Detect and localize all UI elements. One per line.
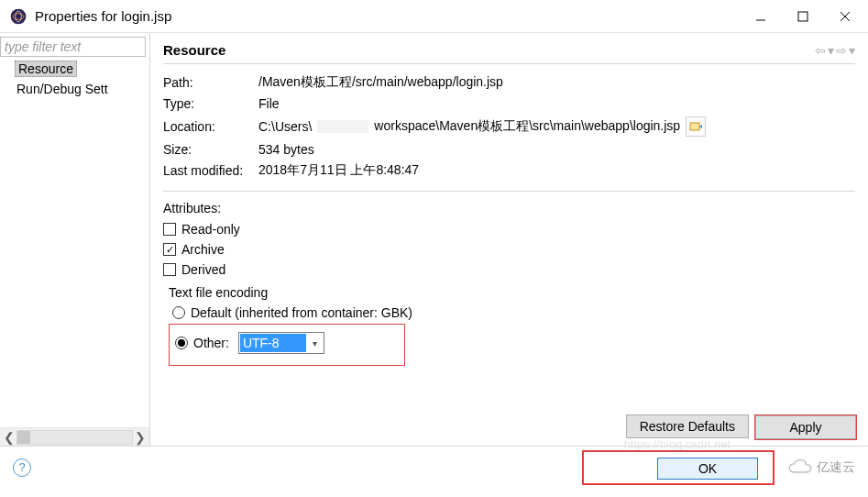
scroll-left-icon[interactable]: ❮ bbox=[4, 430, 15, 445]
nav-arrows: ⇦▾ ⇨▾ bbox=[815, 43, 855, 58]
redacted-block bbox=[317, 120, 368, 133]
sidebar-scrollbar[interactable]: ❮ ❯ bbox=[0, 427, 149, 446]
forward-menu-icon[interactable]: ▾ bbox=[849, 43, 855, 58]
chevron-down-icon[interactable]: ▾ bbox=[307, 338, 324, 348]
encoding-other-radio[interactable] bbox=[175, 337, 188, 349]
forward-icon[interactable]: ⇨ bbox=[836, 43, 847, 58]
encoding-combo[interactable]: UTF-8 ▾ bbox=[238, 332, 324, 354]
modified-label: Last modified: bbox=[163, 163, 258, 178]
sidebar-item-resource[interactable]: Resource bbox=[15, 61, 77, 77]
type-label: Type: bbox=[163, 96, 258, 111]
show-in-explorer-button[interactable] bbox=[686, 116, 706, 137]
type-value: File bbox=[258, 96, 280, 111]
bottom-bar: ? OK 亿速云 bbox=[0, 446, 868, 488]
window-title: Properties for login.jsp bbox=[35, 8, 753, 24]
help-icon[interactable]: ? bbox=[13, 458, 31, 477]
maximize-button[interactable] bbox=[795, 8, 811, 25]
sidebar: type filter text Resource Run/Debug Sett… bbox=[0, 33, 150, 446]
encoding-default-radio[interactable] bbox=[172, 306, 185, 319]
encoding-other-label: Other: bbox=[193, 336, 229, 350]
size-label: Size: bbox=[163, 142, 258, 157]
eclipse-icon bbox=[9, 7, 27, 26]
ok-button[interactable]: OK bbox=[657, 458, 758, 480]
archive-checkbox[interactable]: ✓ bbox=[163, 243, 176, 256]
encoding-group-label: Text file encoding bbox=[169, 285, 855, 300]
path-label: Path: bbox=[163, 75, 258, 90]
window-controls bbox=[753, 8, 853, 25]
readonly-checkbox[interactable] bbox=[163, 223, 176, 236]
svg-rect-4 bbox=[798, 12, 808, 21]
close-button[interactable] bbox=[837, 8, 853, 25]
attributes-heading: Attributes: bbox=[163, 201, 855, 215]
modified-value: 2018年7月11日 上午8:48:47 bbox=[258, 162, 419, 179]
category-list: Resource Run/Debug Sett bbox=[0, 59, 149, 427]
location-value: C:\Users\workspace\Maven模板工程\src\main\we… bbox=[258, 116, 706, 137]
location-label: Location: bbox=[163, 119, 258, 134]
filter-input[interactable]: type filter text bbox=[0, 37, 146, 57]
titlebar: Properties for login.jsp bbox=[0, 0, 868, 33]
ok-highlight: OK bbox=[582, 450, 775, 485]
back-menu-icon[interactable]: ▾ bbox=[828, 43, 834, 58]
derived-label: Derived bbox=[181, 262, 225, 277]
path-value: /Maven模板工程/src/main/webapp/login.jsp bbox=[258, 74, 503, 91]
apply-highlight: Apply bbox=[754, 414, 857, 440]
restore-defaults-button[interactable]: Restore Defaults bbox=[626, 414, 749, 438]
apply-button[interactable]: Apply bbox=[755, 415, 856, 439]
back-icon[interactable]: ⇦ bbox=[815, 43, 826, 58]
encoding-default-label: Default (inherited from container: GBK) bbox=[191, 305, 412, 320]
readonly-label: Read-only bbox=[181, 222, 240, 237]
minimize-button[interactable] bbox=[753, 8, 769, 25]
archive-label: Archive bbox=[181, 242, 225, 257]
watermark-logo: 亿速云 bbox=[787, 458, 855, 477]
encoding-combo-value: UTF-8 bbox=[240, 334, 306, 352]
size-value: 534 bytes bbox=[258, 142, 314, 157]
sidebar-item-rundebug[interactable]: Run/Debug Sett bbox=[4, 80, 146, 97]
svg-rect-7 bbox=[690, 123, 699, 130]
main-panel: Resource ⇦▾ ⇨▾ Path:/Maven模板工程/src/main/… bbox=[150, 33, 868, 446]
scroll-right-icon[interactable]: ❯ bbox=[135, 430, 146, 445]
encoding-highlight-box: Other: UTF-8 ▾ bbox=[169, 324, 405, 366]
derived-checkbox[interactable] bbox=[163, 263, 176, 276]
page-heading: Resource bbox=[163, 42, 815, 58]
